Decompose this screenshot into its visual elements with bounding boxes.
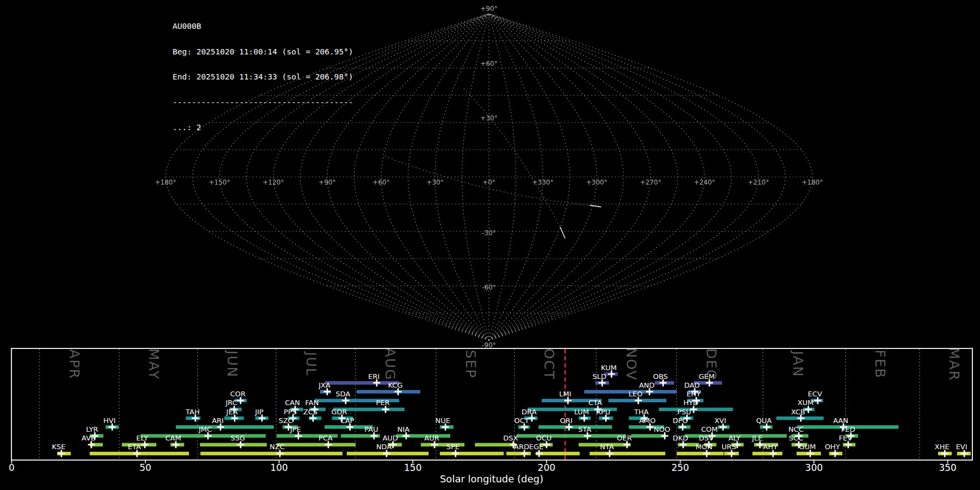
shower-code-label: GDR: [331, 408, 347, 416]
shower-code-label: JPE: [290, 425, 301, 433]
shower-code-label: HVI: [103, 416, 116, 425]
shower-code-label: CTA: [589, 399, 602, 407]
activity-timeline: APRMAYJUNJULAUGSEPOCTNOVDECJANFEBMARKUME…: [9, 347, 972, 485]
longitude-label: +120°: [263, 179, 284, 186]
shower-code-label: OCU: [536, 434, 552, 442]
shower-code-label: AHY: [763, 443, 778, 451]
shower-activity-bar: [752, 452, 782, 456]
shower-activity-bar: [538, 425, 612, 429]
shower-activity-bar: [677, 452, 724, 456]
shower-activity-bar: [517, 434, 626, 438]
shower-code-label: FAN: [305, 399, 318, 407]
shower-code-label: ELY: [136, 434, 148, 442]
shower-code-label: NUE: [435, 416, 450, 425]
shower-XHE: XHE: [935, 443, 952, 457]
shower-code-label: PER: [376, 399, 390, 407]
shower-code-label: GUM: [799, 443, 816, 451]
shower-code-label: AAN: [833, 416, 848, 425]
axis-tick-label: 300: [805, 462, 823, 473]
latitude-label: +90°: [480, 5, 497, 13]
shower-activity-bar: [200, 443, 267, 447]
month-label: OCT: [541, 348, 557, 380]
shower-code-label: KCG: [388, 381, 403, 389]
shower-code-label: AMO: [639, 416, 656, 425]
shower-code-label: EVI: [956, 443, 967, 451]
shower-activity-bar: [200, 452, 342, 456]
shower-code-label: DAD: [684, 381, 700, 389]
shower-activity-bar: [176, 425, 274, 429]
plot-svg: +180°+150°+120°+90°+60°+30°+0°+330°+300°…: [0, 0, 980, 490]
separator-line: --------------------------------------: [173, 99, 353, 107]
shower-code-label: CAP: [340, 416, 354, 425]
shower-code-label: DSX: [503, 434, 518, 442]
station-id: AU000B: [173, 22, 353, 31]
shower-code-label: OHY: [825, 443, 840, 451]
meteor-trail: [560, 227, 565, 238]
shower-code-label: JMC: [198, 425, 212, 433]
shower-code-label: JLE: [751, 434, 762, 442]
shower-JIP: JIP: [254, 408, 268, 422]
shower-code-label: TAH: [185, 408, 200, 416]
shower-EGE: EGE: [529, 443, 580, 457]
shower-KSE: KSE: [52, 443, 71, 457]
shower-code-label: LEO: [628, 390, 642, 398]
shower-code-label: PAU: [364, 425, 378, 433]
month-label: MAR: [946, 347, 962, 381]
shower-code-label: PCA: [318, 434, 333, 442]
shower-HYD: HYD: [659, 399, 733, 413]
shower-code-label: PPS: [284, 408, 297, 416]
shower-code-label: PSU: [677, 408, 691, 416]
shower-QUA: QUA: [756, 416, 773, 431]
shower-code-label: NTA: [600, 443, 614, 451]
meteor-count: ...: 2: [173, 124, 353, 132]
shower-code-label: OER: [617, 434, 632, 442]
observation-begin: Beg: 20251020 11:00:14 (sol = 206.95°): [173, 48, 353, 57]
latitude-label: +30°: [480, 114, 497, 122]
shower-activity-bar: [440, 452, 504, 456]
longitude-label: +30°: [426, 179, 443, 186]
shower-code-label: SZC: [279, 416, 293, 425]
shower-code-label: ALY: [728, 434, 740, 442]
shower-code-label: LMI: [559, 390, 571, 398]
shower-code-label: DPC: [672, 416, 687, 425]
shower-activity-bar: [631, 434, 666, 438]
shower-code-label: KUM: [601, 364, 617, 372]
shower-code-label: MON: [695, 443, 712, 451]
shower-code-label: SSG: [231, 434, 246, 442]
axis-tick-label: 50: [139, 462, 151, 473]
shower-code-label: JIP: [254, 408, 264, 416]
shower-code-label: ETA: [128, 443, 141, 451]
shower-code-label: DKD: [673, 434, 689, 442]
latitude-label: -30°: [482, 229, 496, 237]
shower-code-label: SDA: [335, 390, 350, 398]
shower-code-label: GEM: [699, 372, 715, 381]
shower-code-label: DRA: [522, 408, 537, 416]
latitude-label: +60°: [480, 60, 497, 68]
shower-code-label: COR: [230, 390, 246, 398]
shower-code-label: SCC: [789, 434, 803, 442]
meteor-track-projection: [464, 89, 560, 227]
longitude-label: +150°: [209, 179, 230, 186]
shower-code-label: ZCS: [303, 408, 317, 416]
shower-GUM: GUM: [797, 443, 821, 457]
shower-code-label: NDA: [376, 443, 392, 451]
shower-code-label: XUM: [798, 399, 814, 407]
shower-code-label: NCC: [788, 425, 804, 433]
shower-activity-bar: [140, 434, 266, 438]
shower-DSX: DSX: [475, 434, 518, 448]
month-label: JUL: [303, 351, 319, 377]
longitude-label: +210°: [748, 179, 769, 186]
shower-OBS: OBS: [653, 372, 674, 387]
shower-XCB: XCB: [776, 408, 824, 422]
month-label: APR: [66, 349, 82, 379]
shower-code-label: CAM: [165, 434, 181, 442]
shower-TAH: TAH: [185, 408, 200, 422]
shower-code-label: RPU: [596, 408, 610, 416]
shower-code-label: SPE: [446, 443, 460, 451]
shower-code-label: LUM: [574, 408, 589, 416]
shower-code-label: THA: [634, 408, 649, 416]
axis-tick-label: 350: [939, 462, 956, 473]
shower-code-label: NZC: [270, 443, 285, 451]
shower-code-label: COM: [701, 425, 718, 433]
shower-code-label: STA: [578, 425, 591, 433]
